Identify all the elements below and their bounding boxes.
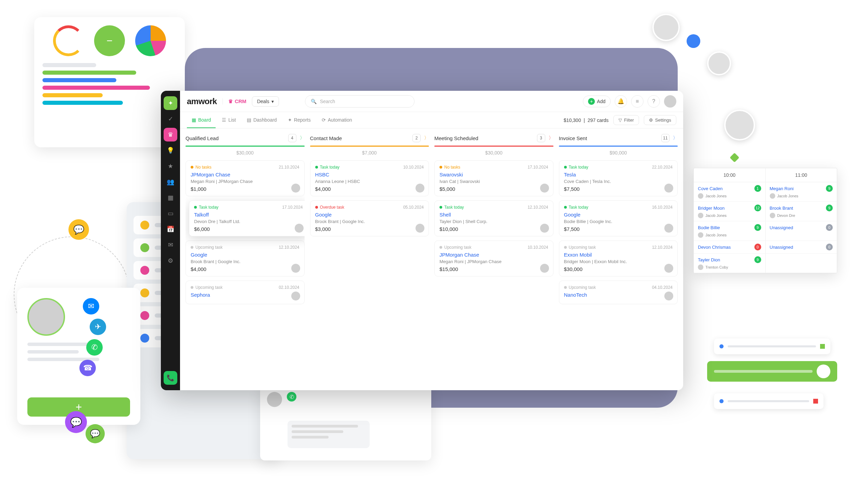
contact-card-widget: ✉ ✈ ✆ ☎ + — [17, 288, 140, 425]
messenger-icon[interactable]: ✉ — [83, 298, 99, 314]
whatsapp-badge-icon: ✆ — [287, 392, 296, 402]
sidebar-phone-icon[interactable]: 📞 — [164, 371, 177, 385]
deal-contact: Brook Brant | Google Inc. — [191, 259, 299, 264]
assignee-avatar — [416, 184, 424, 193]
deal-contact: Megan Roni | JPMorgan Chase — [439, 259, 548, 264]
task-status: Upcoming task — [564, 285, 596, 290]
schedule-cell[interactable]: Unassigned0 — [766, 241, 837, 254]
chevron-right-icon: 〉 — [549, 135, 553, 141]
card-date: 04.10.2024 — [652, 285, 673, 290]
sidebar-check-icon[interactable]: ✓ — [164, 112, 177, 126]
sidebar-people-icon[interactable]: 👥 — [164, 175, 177, 189]
schedule-name: Tayler Dion — [698, 257, 720, 262]
task-status: Upcoming task — [439, 245, 471, 250]
search-input[interactable]: 🔍Search — [305, 95, 414, 108]
viber-icon[interactable]: ☎ — [79, 360, 96, 376]
sidebar-bulb-icon[interactable]: 💡 — [164, 144, 177, 157]
assignee-avatar — [540, 264, 549, 273]
search-icon: 🔍 — [311, 99, 317, 104]
tab-reports[interactable]: ✦Reports — [283, 112, 316, 128]
deal-card[interactable]: Task today 16.10.2024 Google Bodie Billi… — [559, 200, 678, 236]
chat-preview-widget: ✆ — [260, 385, 431, 460]
board-icon: ▦ — [192, 117, 196, 123]
schedule-header: 10:00 — [694, 168, 766, 182]
deal-card[interactable]: Overdue task 05.10.2024 Google Brook Bra… — [310, 200, 429, 236]
deal-card[interactable]: No tasks 17.10.2024 Swarovski Ivan Cat |… — [434, 160, 553, 196]
schedule-name: Bodie Billie — [698, 225, 720, 230]
audio-player-widget-active — [707, 361, 837, 382]
assignee-avatar — [664, 184, 673, 193]
schedule-badge: 0 — [826, 224, 833, 231]
assignee-avatar — [664, 224, 673, 233]
chat-avatar — [267, 392, 282, 407]
schedule-cell[interactable]: Cove Caden1Jacob Jones — [694, 182, 766, 202]
add-button[interactable]: +Add — [583, 96, 611, 107]
sidebar-star-icon[interactable]: ★ — [164, 159, 177, 173]
sidebar-mail-icon[interactable]: ✉ — [164, 238, 177, 252]
card-date: 17.10.2024 — [527, 165, 548, 170]
sidebar-settings-icon[interactable]: ⚙ — [164, 254, 177, 268]
filter-button[interactable]: ▽Filter — [613, 115, 639, 125]
task-status: No tasks — [439, 165, 460, 170]
notifications-icon[interactable]: 🔔 — [615, 95, 627, 108]
deal-card[interactable]: Task today 17.10.2024 Talkoff Devon Dre … — [189, 200, 305, 236]
schedule-cell[interactable]: Tayler Dion9Trenton Coby — [694, 254, 766, 273]
deal-card[interactable]: No tasks 21.10.2024 JPMorgan Chase Megan… — [186, 160, 305, 196]
task-status: Upcoming task — [191, 245, 222, 250]
chat-bubble-icon[interactable]: 💬 — [86, 424, 105, 443]
sidebar-calendar-icon[interactable]: 📅 — [164, 222, 177, 236]
chevron-right-icon: 〉 — [673, 135, 678, 141]
deal-card[interactable]: Task today 12.10.2024 Shell Tayler Dion … — [434, 200, 553, 236]
schedule-header: 11:00 — [766, 168, 837, 182]
schedule-cell[interactable] — [766, 254, 837, 273]
card-date: 17.10.2024 — [282, 205, 303, 210]
schedule-cell[interactable]: Unassigned0 — [766, 221, 837, 241]
column-count: 2 — [412, 134, 421, 142]
user-avatar[interactable] — [664, 95, 676, 108]
contact-avatar — [27, 298, 65, 336]
card-date: 22.10.2024 — [652, 165, 673, 170]
audio-player-widget — [714, 393, 824, 409]
task-status: Task today — [194, 205, 218, 210]
assignee-avatar — [291, 292, 300, 300]
deal-card[interactable]: Upcoming task 10.10.2024 JPMorgan Chase … — [434, 241, 553, 276]
deal-card[interactable]: Upcoming task 04.10.2024 NanoTech — [559, 281, 678, 304]
filter-icon: ▽ — [618, 118, 622, 123]
deal-card[interactable]: Upcoming task 12.10.2024 Google Brook Br… — [186, 241, 305, 276]
deals-dropdown[interactable]: Deals▾ — [252, 96, 279, 107]
reports-icon: ✦ — [288, 117, 292, 123]
deal-card[interactable]: Task today 22.10.2024 Tesla Cove Caden |… — [559, 160, 678, 196]
sidebar-board-icon[interactable]: ▦ — [164, 191, 177, 205]
schedule-name: Cove Caden — [698, 186, 723, 191]
deal-card[interactable]: Upcoming task 02.10.2024 Sephora — [186, 281, 305, 304]
chat-bubble-icon[interactable]: 💬 — [68, 219, 89, 240]
deal-name: Exxon Mobil — [564, 252, 673, 258]
settings-button[interactable]: ⚙Settings — [644, 115, 676, 125]
sidebar-card-icon[interactable]: ▭ — [164, 207, 177, 220]
card-date: 10.10.2024 — [403, 165, 424, 170]
menu-icon[interactable]: ≡ — [631, 95, 643, 108]
tab-board[interactable]: ▦Board — [187, 112, 216, 128]
sidebar-crown-icon[interactable]: ♛ — [164, 128, 177, 141]
deal-card[interactable]: Upcoming task 12.10.2024 Exxon Mobil Bri… — [559, 241, 678, 276]
deal-card[interactable]: Task today 10.10.2024 HSBC Arianna Leone… — [310, 160, 429, 196]
schedule-assignee: Jacob Jones — [698, 213, 761, 218]
chevron-right-icon: 〉 — [424, 135, 429, 141]
sidebar-logo-icon[interactable]: ✦ — [164, 96, 177, 110]
deal-amount: $4,000 — [315, 186, 424, 192]
tab-dashboard[interactable]: ▤Dashboard — [242, 112, 282, 128]
schedule-cell[interactable]: Bridger Moon12Jacob Jones — [694, 202, 766, 221]
schedule-cell[interactable]: Brook Brant9Devon Dre — [766, 202, 837, 221]
deal-amount: $3,000 — [315, 226, 424, 232]
tab-list[interactable]: ☰List — [217, 112, 241, 128]
schedule-cell[interactable]: Megan Roni9Jacob Jones — [766, 182, 837, 202]
deal-contact: Megan Roni | JPMorgan Chase — [191, 179, 299, 184]
schedule-cell[interactable]: Devon Chrismas0 — [694, 241, 766, 254]
whatsapp-icon[interactable]: ✆ — [86, 339, 103, 356]
schedule-cell[interactable]: Bodie Billie9Jacob Jones — [694, 221, 766, 241]
schedule-badge: 12 — [754, 205, 761, 211]
chat-bubble-icon[interactable]: 💬 — [65, 411, 87, 433]
tab-automation[interactable]: ⟳Automation — [317, 112, 357, 128]
help-button[interactable]: ? — [648, 95, 660, 108]
telegram-icon[interactable]: ✈ — [90, 319, 106, 335]
